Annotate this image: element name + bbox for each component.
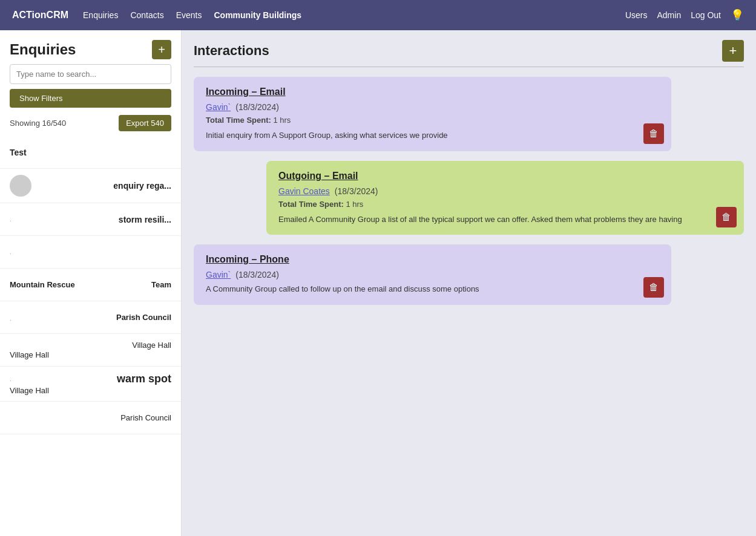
list-item[interactable]: enquiry rega...: [0, 169, 181, 203]
item-left: Mountain Rescue: [10, 280, 75, 289]
sidebar-header: Enquiries +: [0, 30, 181, 64]
item-title: Village Hall: [132, 341, 171, 350]
content-area: Interactions + Incoming – Email Gavin` (…: [182, 30, 756, 536]
sidebar-meta: Showing 16/540 Export 540: [0, 113, 181, 136]
showing-count: Showing 16/540: [10, 119, 66, 128]
nav-enquiries[interactable]: Enquiries: [83, 10, 118, 20]
nav-community-buildings[interactable]: Community Buildings: [214, 10, 301, 20]
nav-logout[interactable]: Log Out: [691, 10, 721, 20]
nav-events[interactable]: Events: [176, 10, 202, 20]
navbar: ACTionCRM Enquiries Contacts Events Comm…: [0, 0, 756, 30]
item-dot: .: [10, 216, 12, 223]
card-body: Initial enquiry from A Support Group, as…: [206, 129, 659, 142]
interaction-card-incoming-email: Incoming – Email Gavin` (18/3/2024) Tota…: [194, 77, 671, 151]
list-item[interactable]: Parish Council: [0, 402, 181, 434]
card-meta: Gavin` (18/3/2024): [206, 102, 659, 112]
item-title: storm resili...: [119, 215, 171, 224]
card-meta: Gavin` (18/3/2024): [206, 270, 659, 279]
add-enquiry-button[interactable]: +: [152, 40, 171, 59]
card-author[interactable]: Gavin`: [206, 102, 231, 112]
card-date: (18/3/2024): [335, 186, 378, 196]
card-time: Total Time Spent: 1 hrs: [278, 200, 732, 209]
navbar-right: Users Admin Log Out 💡: [625, 8, 744, 22]
list-item[interactable]: . Parish Council: [0, 301, 181, 334]
add-interaction-button[interactable]: +: [722, 40, 744, 62]
item-subtitle: Village Hall: [10, 350, 49, 359]
item-dot: .: [10, 249, 12, 255]
interactions-header: Interactions +: [194, 40, 744, 62]
list-item[interactable]: . warm spot Village Hall: [0, 367, 181, 402]
item-right: Team: [151, 280, 171, 289]
item-dot: .: [10, 315, 12, 322]
item-title: Parish Council: [116, 313, 171, 322]
show-filters-button[interactable]: Show Filters: [10, 89, 171, 108]
card-date: (18/3/2024): [235, 102, 279, 112]
nav-users[interactable]: Users: [625, 10, 648, 20]
brand-logo: ACTionCRM: [12, 10, 68, 21]
delete-button[interactable]: 🗑: [643, 277, 664, 298]
card-title: Incoming – Phone: [206, 254, 659, 265]
delete-button[interactable]: 🗑: [716, 207, 737, 227]
sidebar-list: Test enquiry rega... . storm resili...: [0, 136, 181, 536]
list-item[interactable]: . storm resili...: [0, 203, 181, 236]
nav-contacts[interactable]: Contacts: [130, 10, 163, 20]
item-title: warm spot: [117, 373, 171, 385]
search-input[interactable]: [10, 64, 171, 84]
interaction-card-outgoing-email: Outgoing – Email Gavin Coates (18/3/2024…: [266, 161, 744, 235]
item-title: Parish Council: [120, 413, 171, 422]
list-item[interactable]: Mountain Rescue Team: [0, 269, 181, 301]
nav-admin[interactable]: Admin: [657, 10, 681, 20]
bulb-icon[interactable]: 💡: [731, 8, 744, 22]
export-button[interactable]: Export 540: [119, 115, 171, 131]
card-meta: Gavin Coates (18/3/2024): [278, 186, 732, 196]
list-item[interactable]: Village Hall Village Hall: [0, 334, 181, 367]
nav-links: Enquiries Contacts Events Community Buil…: [83, 10, 611, 20]
main-layout: Enquiries + Show Filters Showing 16/540 …: [0, 30, 756, 536]
interactions-title: Interactions: [194, 43, 269, 59]
card-time: Total Time Spent: 1 hrs: [206, 116, 659, 125]
card-title: Incoming – Email: [206, 87, 659, 97]
list-item[interactable]: Test: [0, 136, 181, 169]
item-title: Test: [10, 148, 171, 157]
item-dot: .: [10, 376, 12, 382]
avatar: [10, 175, 31, 197]
card-title: Outgoing – Email: [278, 171, 732, 181]
card-date: (18/3/2024): [235, 270, 279, 279]
delete-button[interactable]: 🗑: [643, 123, 664, 144]
sidebar: Enquiries + Show Filters Showing 16/540 …: [0, 30, 182, 536]
card-body: A Community Group called to follow up on…: [206, 283, 659, 295]
item-subtitle: Village Hall: [10, 386, 49, 395]
sidebar-title: Enquiries: [10, 41, 76, 58]
divider: [194, 67, 744, 67]
card-author[interactable]: Gavin`: [206, 270, 231, 279]
list-item[interactable]: .: [0, 236, 181, 269]
interaction-card-incoming-phone: Incoming – Phone Gavin` (18/3/2024) A Co…: [194, 244, 671, 305]
item-title: enquiry rega...: [113, 181, 171, 191]
card-author[interactable]: Gavin Coates: [278, 186, 330, 196]
card-body: Emailed A Community Group a list of all …: [278, 214, 732, 226]
